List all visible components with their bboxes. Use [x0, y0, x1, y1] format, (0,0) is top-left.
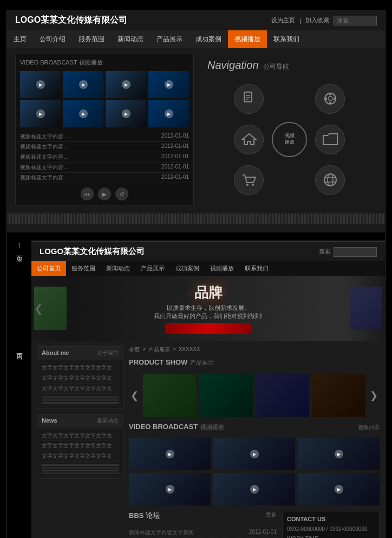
video-info-4[interactable]: 视频标题文字内容...2012-01-01 — [20, 163, 189, 173]
breadcrumb-sep1: > — [142, 346, 146, 354]
vb-subtitle: 视频播放 — [200, 423, 224, 431]
nav-item-about[interactable]: 公司介绍 — [33, 30, 72, 48]
nav-item-news[interactable]: 新闻动态 — [111, 30, 150, 48]
video-thumb-3[interactable]: ▶ — [106, 71, 146, 98]
video-thumb-2[interactable]: ▶ — [63, 71, 103, 98]
logo-text: LOGO某某文化传媒有限公司 — [15, 15, 127, 26]
video-info-list: 视频标题文字内容...2012-01-01 视频标题文字内容...2012-01… — [20, 132, 189, 183]
bbs-list: 新闻标题文字内容文字新闻2012-01-01 新闻标题文字内容文字新闻2012-… — [129, 528, 277, 538]
svg-rect-9 — [329, 102, 331, 104]
video-panel-title: VIDEO BROADCAST 视频播放 — [20, 59, 189, 67]
banner-right-image — [350, 287, 382, 330]
vb-item-4[interactable]: ▶ — [129, 473, 211, 505]
breadcrumb-category[interactable]: 产品展示 — [148, 346, 170, 354]
video-grid-bottom: ▶ ▶ ▶ ▶ ▶ ▶ — [129, 438, 380, 505]
product-thumb-4[interactable] — [312, 374, 365, 417]
nav-icon-globe[interactable] — [311, 161, 349, 199]
video-info-2[interactable]: 视频标题文字内容...2012-01-01 — [20, 142, 189, 152]
video-thumb-5[interactable]: ▶ — [20, 100, 61, 127]
banner-right-decoration — [342, 276, 385, 341]
bbs-contact-row: BBS 论坛 更多 新闻标题文字内容文字新闻2012-01-01 新闻标题文字内… — [129, 511, 380, 538]
breadcrumb-home[interactable]: 全页 — [129, 346, 140, 354]
bbs-panel: BBS 论坛 更多 新闻标题文字内容文字新闻2012-01-01 新闻标题文字内… — [129, 511, 277, 538]
vb-item-2[interactable]: ▶ — [213, 438, 295, 470]
bottom-nav-news[interactable]: 新闻动态 — [101, 261, 135, 276]
nav-item-cases[interactable]: 成功案例 — [189, 30, 228, 48]
vb-item-1[interactable]: ▶ — [129, 438, 211, 470]
breadcrumb: 全页 > 产品展示 > XXXXXX — [129, 346, 380, 354]
product-thumb-1[interactable] — [143, 374, 197, 417]
video-thumb-1[interactable]: ▶ — [20, 71, 61, 98]
bottom-nav-home[interactable]: 公司首页 — [31, 261, 66, 276]
play-icon-1: ▶ — [36, 80, 45, 89]
video-info-1[interactable]: 视频标题文字内容...2012-01-01 — [20, 132, 189, 142]
set-home-link[interactable]: 设为主页 — [271, 16, 295, 24]
product-next-button[interactable]: ❯ — [368, 390, 380, 401]
video-controls: ⏮ ▶ ↺ — [20, 187, 189, 200]
video-center-icon: 视频播放 — [272, 122, 307, 157]
nav-item-home[interactable]: 主页 — [7, 30, 33, 48]
main-body: About me 关于我们 文字文字文字文字文字文字文 文字文字文字文字文字文字… — [31, 341, 385, 538]
banner-prev-button[interactable]: ❮ — [34, 302, 43, 315]
prev-button[interactable]: ⏮ — [81, 187, 94, 200]
refresh-button[interactable]: ↺ — [115, 187, 128, 200]
vb-more-link[interactable]: 视频列表 — [358, 424, 380, 431]
cart-icon — [234, 165, 264, 195]
product-thumb-2[interactable] — [199, 374, 253, 417]
contact-panel: CONTACT US 0392-00000000 / 0392-00000000… — [282, 511, 380, 538]
bottom-header: LOGO某某文化传媒有限公司 搜索 — [31, 242, 385, 261]
play-button[interactable]: ▶ — [98, 187, 111, 200]
news-widget-body: 文字文字文字文字文字文字文 文字文字文字文字文字文字文 文字文字文字文字文字文字… — [37, 427, 123, 478]
bottom-nav-contact[interactable]: 联系我们 — [239, 261, 274, 276]
video-info-5[interactable]: 视频标题文字内容...2012-01-01 — [20, 173, 189, 183]
bottom-nav-video[interactable]: 视频播放 — [205, 261, 239, 276]
bottom-nav-service[interactable]: 服务范围 — [66, 261, 101, 276]
nav-item-products[interactable]: 产品展示 — [150, 30, 189, 48]
news-line-2: 文字文字文字文字文字文字文 — [42, 441, 119, 451]
news-deco-1 — [42, 464, 119, 466]
hero-banner: 品牌 以质量求生存，以创新求发展。 我们只做最好的产品，我们绝对说到做到! ❮ … — [31, 276, 385, 341]
nav-icon-cart[interactable] — [230, 161, 268, 199]
left-sidebar: About me 关于我们 文字文字文字文字文字文字文 文字文字文字文字文字文字… — [37, 346, 123, 538]
nav-icon-empty-2 — [271, 161, 309, 199]
play-icon-3: ▶ — [122, 80, 130, 89]
vb-item-5[interactable]: ▶ — [213, 473, 295, 505]
video-info-3[interactable]: 视频标题文字内容...2012-01-01 — [20, 152, 189, 163]
vb-item-6[interactable]: ▶ — [298, 473, 380, 505]
play-icon-8: ▶ — [165, 109, 173, 118]
nav-icon-document[interactable] — [230, 80, 268, 118]
contact-title: CONTACT US — [287, 516, 375, 522]
bottom-search-input[interactable] — [334, 247, 377, 257]
video-thumb-6[interactable]: ▶ — [63, 100, 103, 127]
search-input[interactable] — [334, 16, 377, 25]
video-thumb-4[interactable]: ▶ — [148, 71, 189, 98]
bottom-nav-cases[interactable]: 成功案例 — [170, 261, 205, 276]
right-main: 全页 > 产品展示 > XXXXXX PRODUCT SHOW 产品展示 — [123, 346, 380, 538]
news-widget: News 最新动态 文字文字文字文字文字文字文 文字文字文字文字文字文字文 文字… — [37, 414, 123, 479]
nav-icon-film[interactable] — [311, 80, 349, 118]
header: LOGO某某文化传媒有限公司 设为主页 | 加入收藏 — [7, 10, 385, 30]
nav-item-video[interactable]: 视频播放 — [228, 30, 267, 48]
video-thumb-7[interactable]: ▶ — [106, 100, 146, 127]
nav-item-contact[interactable]: 联系我们 — [267, 30, 306, 48]
nav-item-service[interactable]: 服务范围 — [72, 30, 111, 48]
video-broadcast-section: VIDEO BROADCAST 视频播放 视频列表 ▶ ▶ ▶ ▶ ▶ — [129, 423, 380, 505]
contact-phone: 0392-00000000 / 0392-00000000 — [287, 525, 375, 533]
vb-item-3[interactable]: ▶ — [298, 438, 380, 470]
add-fav-link[interactable]: 加入收藏 — [305, 16, 329, 24]
globe-icon — [315, 165, 345, 195]
bbs-item-1[interactable]: 新闻标题文字内容文字新闻2012-01-01 — [129, 528, 277, 538]
product-prev-button[interactable]: ❮ — [129, 390, 140, 401]
film-icon — [315, 84, 345, 114]
product-thumb-3[interactable] — [256, 374, 309, 417]
play-icon-2: ▶ — [79, 80, 88, 89]
news-line-3: 文字文字文字文字文字文字文 — [42, 451, 119, 462]
video-thumb-8[interactable]: ▶ — [148, 100, 189, 127]
nav-icon-video-center[interactable]: 视频播放 — [271, 120, 309, 158]
bbs-more-link[interactable]: 更多 — [266, 511, 277, 525]
nav-icon-home[interactable] — [230, 120, 268, 158]
vb-play-1: ▶ — [166, 450, 174, 458]
bottom-nav-products[interactable]: 产品展示 — [135, 261, 170, 276]
bottom-main-content: LOGO某某文化传媒有限公司 搜索 公司首页 服务范围 新闻动态 产品展示 成功… — [31, 232, 385, 538]
nav-icon-folder[interactable] — [311, 120, 349, 158]
